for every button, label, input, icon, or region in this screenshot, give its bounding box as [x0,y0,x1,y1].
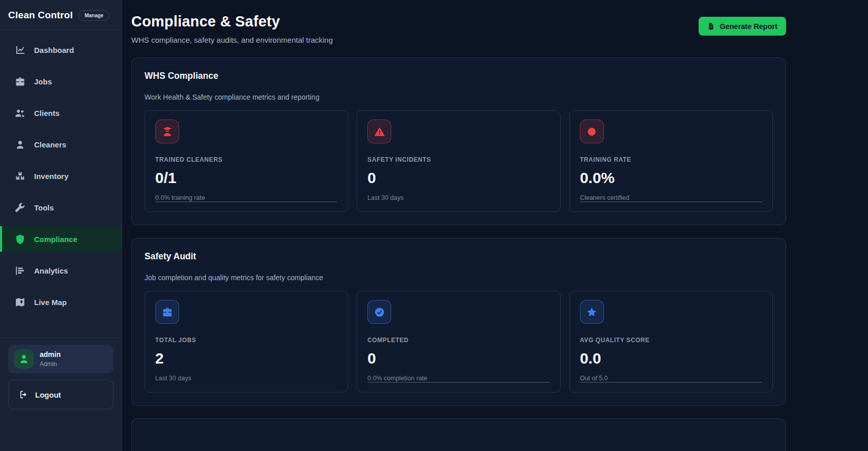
metric-label: TRAINED CLEANERS [155,156,337,163]
page-title: Compliance & Safety [131,13,333,30]
metric-subtext: 0.0% training rate [155,194,337,201]
briefcase-icon [15,76,25,87]
shield-icon [15,234,25,245]
chart-line-icon [15,45,25,55]
sidebar-brand-row: Clean Control Manage [0,0,122,30]
section-title: Safety Audit [144,251,773,262]
metric-icon-tile [155,119,179,143]
metric-icon-tile [580,300,604,324]
section-title: WHS Compliance [144,71,773,81]
user-info: admin Admin [40,350,61,368]
sidebar-item-label: Tools [34,203,54,212]
section-safety-audit: Safety Audit Job completion and quality … [131,238,786,406]
metric-cards-row: TRAINED CLEANERS 0/1 0.0% training rate … [144,110,773,212]
user-name: admin [40,350,61,359]
section-peek [131,418,786,451]
metric-card-total-jobs: TOTAL JOBS 2 Last 30 days [144,291,348,393]
users-icon [15,108,25,118]
metric-card-completed: COMPLETED 0 0.0% completion rate [357,291,560,393]
generate-report-button[interactable]: Generate Report [699,17,786,36]
user-role: Admin [40,360,61,368]
wrench-icon [15,202,25,213]
metric-value: 0 [367,351,549,366]
logout-button[interactable]: Logout [8,380,113,409]
metric-value: 0/1 [155,170,337,186]
metric-subtext: Last 30 days [155,375,337,382]
metric-label: COMPLETED [367,337,549,344]
sidebar-item-inventory[interactable]: Inventory [0,163,122,189]
metric-value: 0.0 [580,351,762,366]
metric-value: 0.0% [580,170,762,186]
sidebar-item-clients[interactable]: Clients [0,100,122,126]
metric-icon-tile [367,119,391,143]
sidebar-item-cleaners[interactable]: Cleaners [0,132,122,157]
sidebar-item-label: Dashboard [34,46,74,54]
sidebar-item-compliance[interactable]: Compliance [0,226,122,252]
metric-subtext: Last 30 days [367,194,549,201]
star-icon [586,307,597,318]
page-subtitle: WHS compliance, safety audits, and envir… [131,36,333,44]
certificate-icon [586,126,597,137]
metric-cards-row: TOTAL JOBS 2 Last 30 days COMPLETED 0 0.… [144,291,773,393]
metric-card-avg-quality-score: AVG QUALITY SCORE 0.0 Out of 5.0 [569,291,773,393]
chart-bars-icon [15,265,25,276]
sidebar-nav: Dashboard Jobs Clients Cleaners Inventor… [0,30,122,337]
section-subtitle: Work Health & Safety compliance metrics … [144,93,773,101]
sidebar-item-label: Cleaners [34,140,66,149]
sidebar-item-label: Live Map [34,298,67,307]
section-subtitle: Job completion and quality metrics for s… [144,274,773,282]
sidebar-item-label: Inventory [34,172,69,181]
user-graduate-icon [162,126,173,137]
metric-subtext: Out of 5.0 [580,375,762,382]
sidebar-bottom: admin Admin Logout [0,337,122,417]
user-icon [15,139,25,150]
sidebar-item-live-map[interactable]: Live Map [0,289,122,315]
sidebar-item-jobs[interactable]: Jobs [0,69,122,94]
metric-subtext: 0.0% completion rate [367,375,549,382]
metric-card-safety-incidents: SAFETY INCIDENTS 0 Last 30 days [357,110,560,212]
map-icon [15,297,25,308]
metric-card-training-rate: TRAINING RATE 0.0% Cleaners certified [569,110,773,212]
progress-track [580,201,762,202]
metric-card-trained-cleaners: TRAINED CLEANERS 0/1 0.0% training rate [144,110,348,212]
briefcase-icon [162,307,173,318]
logout-label: Logout [35,390,61,399]
report-file-icon [707,22,715,31]
circle-check-icon [374,307,385,318]
metric-label: SAFETY INCIDENTS [367,156,549,163]
progress-track [155,201,337,202]
app-root: Clean Control Manage Dashboard Jobs Clie… [0,0,868,451]
logout-icon [19,390,28,399]
brand-title: Clean Control [8,10,73,21]
triangle-alert-icon [374,126,385,137]
sidebar-item-label: Compliance [34,235,77,244]
sidebar: Clean Control Manage Dashboard Jobs Clie… [0,0,122,451]
metric-icon-tile [367,300,391,324]
metric-label: AVG QUALITY SCORE [580,337,762,344]
metric-label: TOTAL JOBS [155,337,337,344]
manage-badge[interactable]: Manage [78,10,109,21]
sidebar-item-label: Clients [34,109,60,117]
sidebar-item-label: Analytics [34,266,68,275]
page-header: Compliance & Safety WHS compliance, safe… [131,13,786,44]
metric-label: TRAINING RATE [580,156,762,163]
boxes-icon [15,171,25,182]
metric-icon-tile [155,300,179,324]
sidebar-item-label: Jobs [34,77,52,86]
generate-report-label: Generate Report [719,22,777,31]
metric-subtext: Cleaners certified [580,194,762,201]
sidebar-item-tools[interactable]: Tools [0,195,122,220]
metric-value: 2 [155,351,337,366]
user-card[interactable]: admin Admin [8,345,113,373]
section-whs-compliance: WHS Compliance Work Health & Safety comp… [131,57,786,225]
sidebar-item-dashboard[interactable]: Dashboard [0,37,122,63]
user-avatar-icon [14,349,34,369]
sidebar-item-analytics[interactable]: Analytics [0,258,122,283]
main-content: Compliance & Safety WHS compliance, safe… [122,0,868,451]
progress-track [580,382,762,383]
sections-root: WHS Compliance Work Health & Safety comp… [131,57,786,406]
metric-icon-tile [580,119,604,143]
progress-track [367,382,549,383]
metric-value: 0 [367,170,549,186]
page-header-text: Compliance & Safety WHS compliance, safe… [131,13,333,44]
